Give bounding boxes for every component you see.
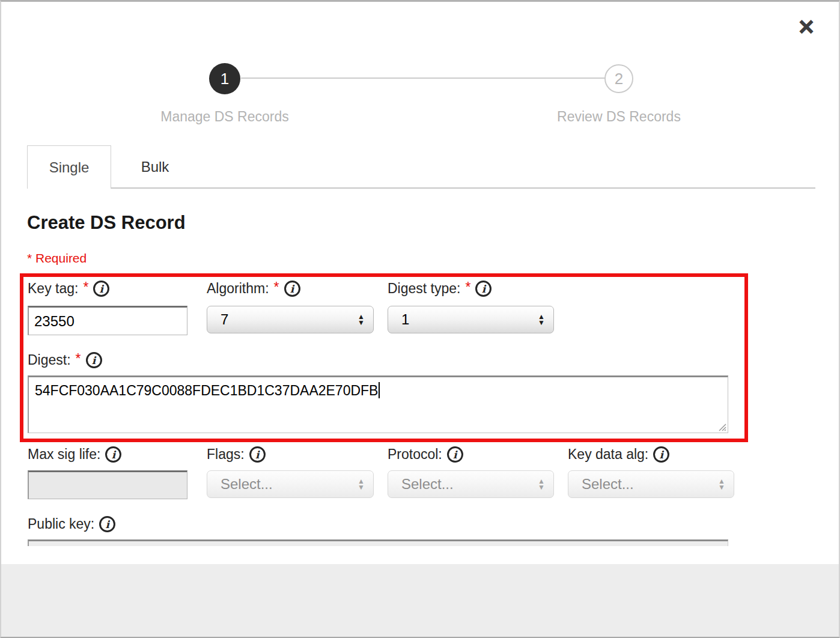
protocol-select-value: Select... [401, 476, 454, 493]
arrow-down-icon: ▼ [538, 320, 545, 326]
algorithm-label: Algorithm: * i [207, 281, 300, 297]
protocol-label: Protocol: i [388, 446, 463, 463]
info-icon[interactable]: i [447, 446, 463, 463]
stepper-step-1-circle: 1 [209, 63, 240, 94]
arrow-down-icon: ▼ [538, 484, 545, 490]
key-tag-label: Key tag: * i [28, 281, 109, 297]
public-key-label: Public key: i [28, 516, 115, 532]
info-icon[interactable]: i [105, 446, 121, 463]
info-icon[interactable]: i [249, 446, 266, 463]
digest-type-label: Digest type: * i [388, 281, 492, 297]
info-icon[interactable]: i [284, 281, 300, 297]
arrow-down-icon: ▼ [358, 484, 365, 490]
required-asterisk: * [76, 351, 81, 367]
select-arrows-icon: ▲ ▼ [358, 478, 365, 490]
select-arrows-icon: ▲ ▼ [538, 478, 545, 490]
digest-type-select-value: 1 [401, 311, 409, 328]
stepper-step-2-label: Review DS Records [511, 109, 727, 125]
digest-label-text: Digest: [28, 352, 71, 368]
text-cursor [379, 382, 380, 398]
info-icon[interactable]: i [99, 516, 115, 532]
tab-single[interactable]: Single [27, 145, 111, 189]
flags-label-text: Flags: [207, 446, 245, 463]
digest-label: Digest: * i [28, 352, 102, 368]
algorithm-label-text: Algorithm: [207, 281, 269, 297]
max-sig-life-input [28, 470, 187, 499]
tab-row-divider [111, 187, 815, 189]
key-tag-input[interactable] [28, 306, 187, 335]
digest-textarea[interactable]: 54FCF030AA1C79C0088FDEC1BD1C37DAA2E70DFB [28, 375, 728, 433]
flags-label: Flags: i [207, 446, 266, 463]
max-sig-life-label: Max sig life: i [28, 446, 121, 463]
algorithm-select-value: 7 [221, 311, 228, 328]
info-icon[interactable]: i [653, 446, 669, 463]
resize-grip-icon[interactable] [717, 422, 726, 431]
close-icon[interactable]: ✕ [794, 15, 818, 39]
public-key-label-text: Public key: [28, 516, 94, 532]
stepper-connector-line [241, 77, 605, 79]
digest-type-select[interactable]: 1 ▲ ▼ [388, 306, 554, 333]
key-data-alg-select-value: Select... [582, 476, 634, 493]
select-arrows-icon: ▲ ▼ [538, 314, 545, 326]
arrow-down-icon: ▼ [358, 320, 365, 326]
flags-select-value: Select... [221, 476, 273, 493]
create-ds-record-modal: ✕ 1 2 Manage DS Records Review DS Record… [0, 0, 840, 638]
flags-select[interactable]: Select... ▲ ▼ [207, 470, 374, 498]
key-data-alg-label-text: Key data alg: [568, 446, 648, 463]
digest-value: 54FCF030AA1C79C0088FDEC1BD1C37DAA2E70DFB [35, 383, 378, 398]
arrow-down-icon: ▼ [718, 484, 725, 490]
info-icon[interactable]: i [93, 281, 109, 297]
key-tag-label-text: Key tag: [28, 281, 78, 297]
required-asterisk: * [465, 279, 470, 296]
select-arrows-icon: ▲ ▼ [358, 314, 365, 326]
digest-type-label-text: Digest type: [388, 281, 460, 297]
stepper-step-2-circle: 2 [604, 64, 633, 93]
tab-bulk[interactable]: Bulk [112, 145, 198, 188]
algorithm-select[interactable]: 7 ▲ ▼ [207, 306, 374, 333]
required-asterisk: * [274, 279, 279, 296]
required-note: * Required [27, 251, 87, 266]
info-icon[interactable]: i [475, 281, 492, 297]
select-arrows-icon: ▲ ▼ [718, 478, 725, 490]
protocol-select[interactable]: Select... ▲ ▼ [388, 470, 554, 498]
key-data-alg-label: Key data alg: i [568, 446, 669, 463]
required-asterisk: * [83, 279, 88, 296]
key-data-alg-select[interactable]: Select... ▲ ▼ [568, 470, 734, 498]
info-icon[interactable]: i [86, 352, 102, 368]
page-title: Create DS Record [27, 212, 186, 234]
max-sig-life-label-text: Max sig life: [28, 446, 100, 463]
protocol-label-text: Protocol: [388, 446, 442, 463]
modal-footer: Cancel Back Next [1, 564, 839, 637]
public-key-textarea[interactable] [28, 539, 728, 546]
stepper-step-1-label: Manage DS Records [117, 109, 333, 125]
